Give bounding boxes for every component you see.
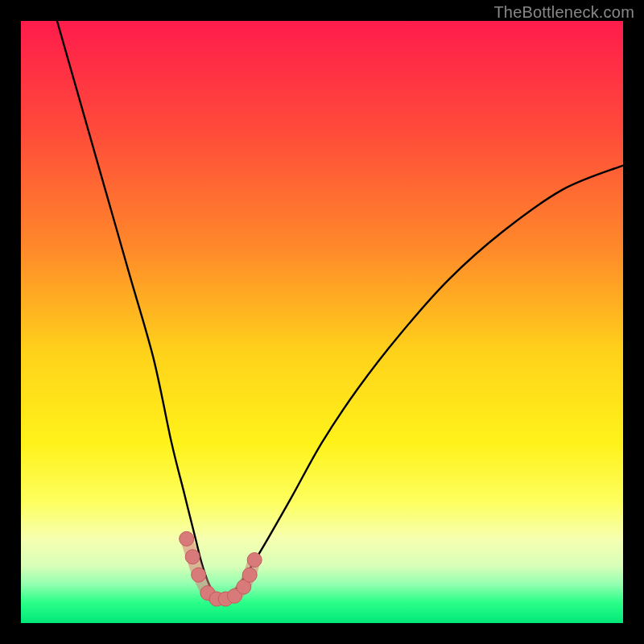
watermark-text: TheBottleneck.com: [493, 3, 634, 22]
valley-marker: [192, 568, 206, 582]
valley-marker: [247, 553, 262, 568]
plot-area: [21, 21, 623, 623]
outer-frame: TheBottleneck.com: [0, 0, 644, 644]
chart-svg: [21, 21, 623, 623]
gradient-background: [21, 21, 623, 623]
valley-marker: [180, 531, 194, 546]
valley-marker: [242, 568, 257, 582]
valley-marker: [185, 550, 200, 564]
